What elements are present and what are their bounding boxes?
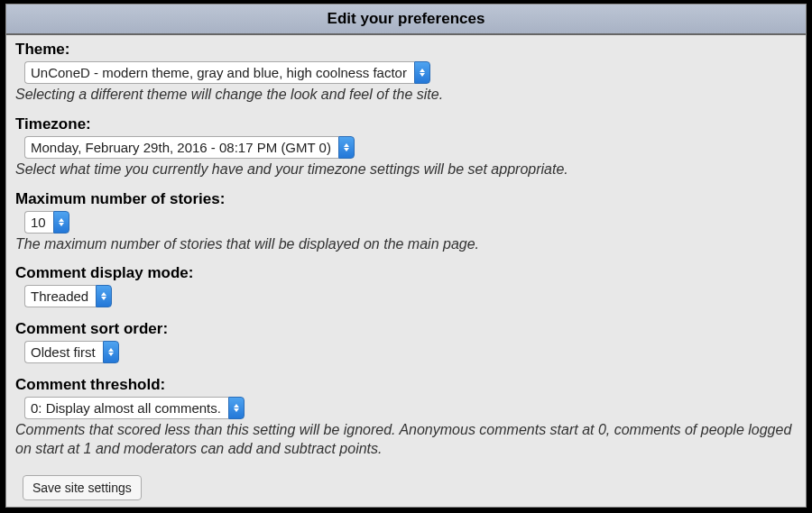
timezone-select-value: Monday, February 29th, 2016 - 08:17 PM (…	[24, 136, 338, 159]
comment-sort-select[interactable]: Oldest first	[24, 341, 119, 363]
theme-select-value: UnConeD - modern theme, gray and blue, h…	[24, 61, 414, 84]
chevron-updown-icon	[103, 341, 119, 363]
timezone-help: Select what time you currently have and …	[15, 160, 797, 179]
comment-mode-select[interactable]: Threaded	[24, 285, 112, 307]
comment-threshold-label: Comment threshold:	[15, 376, 797, 394]
field-comment-threshold: Comment threshold: 0: Display almost all…	[15, 376, 797, 459]
max-stories-label: Maximum number of stories:	[15, 190, 797, 208]
field-max-stories: Maximum number of stories: 10 The maximu…	[15, 190, 797, 254]
comment-sort-select-value: Oldest first	[24, 341, 103, 363]
max-stories-select[interactable]: 10	[24, 211, 69, 234]
save-button[interactable]: Save site settings	[23, 475, 142, 500]
timezone-select[interactable]: Monday, February 29th, 2016 - 08:17 PM (…	[24, 136, 355, 159]
max-stories-select-value: 10	[24, 211, 53, 234]
chevron-updown-icon	[338, 136, 355, 159]
chevron-updown-icon	[228, 397, 245, 419]
panel-title: Edit your preferences	[328, 10, 485, 27]
panel-content: Theme: UnConeD - modern theme, gray and …	[6, 35, 806, 509]
max-stories-help: The maximum number of stories that will …	[15, 235, 797, 254]
comment-threshold-help: Comments that scored less than this sett…	[15, 421, 797, 459]
theme-select[interactable]: UnConeD - modern theme, gray and blue, h…	[24, 61, 430, 84]
chevron-updown-icon	[53, 211, 69, 234]
chevron-updown-icon	[414, 61, 430, 84]
theme-help: Selecting a different theme will change …	[15, 86, 797, 105]
comment-mode-select-value: Threaded	[24, 285, 96, 307]
panel-titlebar: Edit your preferences	[6, 5, 806, 35]
comment-mode-label: Comment display mode:	[15, 264, 797, 282]
field-theme: Theme: UnConeD - modern theme, gray and …	[15, 41, 797, 105]
preferences-panel: Edit your preferences Theme: UnConeD - m…	[5, 4, 807, 508]
theme-label: Theme:	[15, 41, 797, 59]
field-comment-mode: Comment display mode: Threaded	[15, 264, 797, 309]
comment-sort-label: Comment sort order:	[15, 320, 797, 338]
chevron-updown-icon	[96, 285, 112, 307]
timezone-label: Timezone:	[15, 115, 797, 133]
field-timezone: Timezone: Monday, February 29th, 2016 - …	[15, 115, 797, 179]
field-comment-sort: Comment sort order: Oldest first	[15, 320, 797, 365]
comment-threshold-select-value: 0: Display almost all comments.	[24, 397, 228, 419]
comment-threshold-select[interactable]: 0: Display almost all comments.	[24, 397, 245, 419]
